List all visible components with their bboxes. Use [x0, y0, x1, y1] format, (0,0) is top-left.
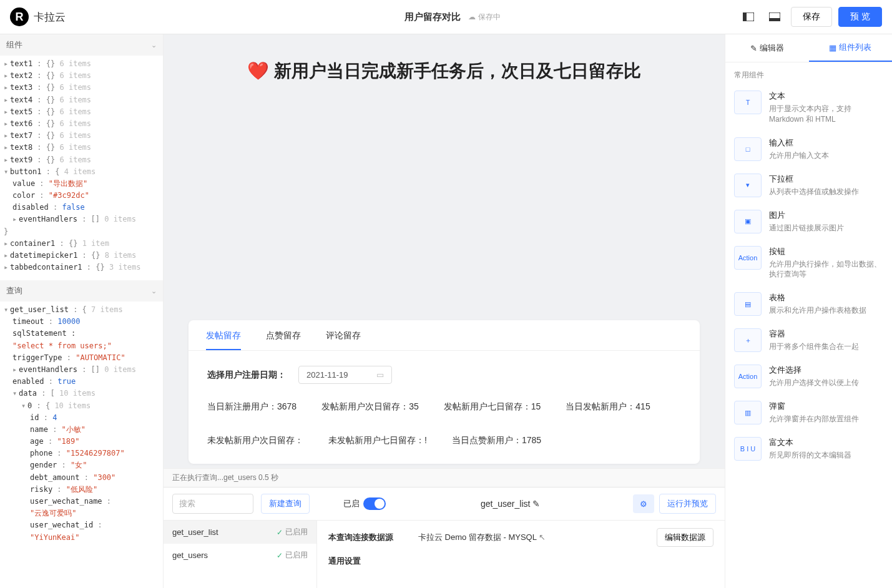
component-item[interactable]: Action按钮允许用户执行操作，如导出数据、执行查询等: [725, 240, 892, 287]
tab-component-list[interactable]: ▦组件列表: [809, 34, 893, 62]
query-item[interactable]: get_users✓已启用: [164, 544, 316, 567]
component-icon: ▤: [734, 292, 762, 316]
enabled-toggle[interactable]: 已启: [343, 497, 386, 510]
datasource-value: 卡拉云 Demo 留存数据 - MYSQL ↖: [418, 532, 546, 543]
component-icon: ＋: [734, 328, 762, 352]
component-item[interactable]: ▾下拉框从列表中选择值或触发操作: [725, 167, 892, 203]
query-search-input[interactable]: 搜索: [172, 494, 253, 514]
stat-b: 发帖新用户次日留存：35: [321, 401, 419, 413]
component-icon: B I U: [734, 437, 762, 461]
query-item[interactable]: get_user_list✓已启用: [164, 521, 316, 544]
queries-tree[interactable]: ▾get_user_list : { 7 itemstimeout : 1000…: [0, 301, 163, 588]
stat-a: 当日新注册用户：3678: [207, 401, 297, 413]
component-item[interactable]: ＋容器用于将多个组件集合在一起: [725, 322, 892, 358]
heart-icon: ❤️: [247, 61, 269, 81]
svg-rect-3: [769, 18, 780, 21]
tab-like[interactable]: 点赞留存: [266, 330, 301, 350]
top-bar: R 卡拉云 用户留存对比 ☁ 保存中 保存 预 览: [0, 0, 892, 34]
date-input[interactable]: 2021-11-19 ▭: [298, 366, 392, 384]
component-icon: Action: [734, 246, 762, 270]
component-icon: □: [734, 137, 762, 161]
component-icon: ▣: [734, 210, 762, 233]
component-item[interactable]: □输入框允许用户输入文本: [725, 131, 892, 167]
datasource-label: 本查询连接数据源: [328, 532, 393, 543]
app-logo: R: [10, 7, 29, 26]
brand-name: 卡拉云: [34, 10, 66, 24]
preview-button[interactable]: 预 览: [838, 7, 882, 27]
bottom-pane: 搜索 新建查询 已启 get_user_list ✎ ⚙ 运行并预览: [164, 487, 725, 588]
svg-rect-1: [743, 12, 747, 21]
component-item[interactable]: T文本用于显示文本内容，支持 Markdown 和 HTML: [725, 84, 892, 131]
component-item[interactable]: B I U富文本所见即所得的文本编辑器: [725, 431, 892, 467]
layout-left-icon[interactable]: [738, 8, 758, 26]
stat-c: 发帖新用户七日留存：15: [444, 401, 541, 413]
calendar-icon: ▭: [376, 370, 384, 380]
component-icon: ▥: [734, 401, 762, 424]
component-list: T文本用于显示文本内容，支持 Markdown 和 HTML□输入框允许用户输入…: [725, 84, 892, 588]
component-item[interactable]: ▥弹窗允许弹窗并在内部放置组件: [725, 394, 892, 431]
component-icon: Action: [734, 365, 762, 388]
tab-post[interactable]: 发帖留存: [206, 330, 241, 350]
component-item[interactable]: Action文件选择允许用户选择文件以便上传: [725, 358, 892, 394]
canvas-area: ❤️ 新用户当日完成新手任务后，次日及七日留存比 发帖留存 点赞留存 评论留存 …: [164, 34, 725, 588]
component-icon: ▾: [734, 174, 762, 197]
query-list: get_user_list✓已启用get_users✓已启用: [164, 521, 317, 588]
components-panel-header[interactable]: 组件 ⌄: [0, 34, 163, 56]
stat-f: 未发帖新用户七日留存：!: [328, 435, 427, 446]
check-circle-icon: ✓: [277, 528, 283, 537]
run-preview-button[interactable]: 运行并预览: [659, 494, 716, 514]
query-name-title[interactable]: get_user_list ✎: [481, 499, 540, 509]
cloud-icon: ☁: [468, 12, 476, 21]
edit-icon: ✎: [532, 499, 540, 509]
switch-icon: [363, 497, 386, 510]
tab-comment[interactable]: 评论留存: [326, 330, 361, 350]
stat-g: 当日点赞新用户：1785: [452, 435, 541, 446]
retention-card: 发帖留存 点赞留存 评论留存 选择用户注册日期： 2021-11-19 ▭: [189, 320, 700, 464]
edit-datasource-button[interactable]: 编辑数据源: [657, 528, 713, 547]
check-circle-icon: ✓: [277, 551, 283, 560]
grid-icon: ▦: [829, 43, 836, 52]
component-item[interactable]: ▤表格展示和允许用户操作表格数据: [725, 286, 892, 322]
settings-icon[interactable]: ⚙: [633, 494, 654, 513]
left-sidebar: 组件 ⌄ ▸text1 : {} 6 items▸text2 : {} 6 it…: [0, 34, 164, 588]
query-running-status: 正在执行查询...get_users 0.5 秒: [164, 468, 725, 487]
stat-e: 未发帖新用户次日留存：: [207, 435, 303, 446]
layout-bottom-icon[interactable]: [765, 8, 785, 26]
general-settings-label: 通用设置: [328, 556, 713, 567]
queries-panel-header[interactable]: 查询 ⌄: [0, 280, 163, 301]
components-tree[interactable]: ▸text1 : {} 6 items▸text2 : {} 6 items▸t…: [0, 56, 163, 280]
save-status: ☁ 保存中: [468, 12, 501, 22]
pencil-icon: ✎: [750, 44, 757, 53]
save-button[interactable]: 保存: [791, 7, 832, 27]
date-label: 选择用户注册日期：: [207, 370, 286, 381]
component-icon: T: [734, 91, 762, 114]
cursor-icon: ↖: [539, 532, 546, 542]
chevron-down-icon: ⌄: [151, 287, 157, 295]
right-sidebar: ✎编辑器 ▦组件列表 常用组件 T文本用于显示文本内容，支持 Markdown …: [725, 34, 892, 588]
component-item[interactable]: ▣图片通过图片链接展示图片: [725, 203, 892, 240]
tab-editor[interactable]: ✎编辑器: [725, 34, 809, 62]
page-title: 用户留存对比: [404, 11, 461, 23]
new-query-button[interactable]: 新建查询: [261, 494, 310, 514]
hero-text: ❤️ 新用户当日完成新手任务后，次日及七日留存比: [189, 59, 700, 83]
stat-d: 当日发帖新用户：415: [566, 401, 650, 413]
chevron-down-icon: ⌄: [151, 41, 157, 49]
common-components-label: 常用组件: [725, 62, 892, 84]
